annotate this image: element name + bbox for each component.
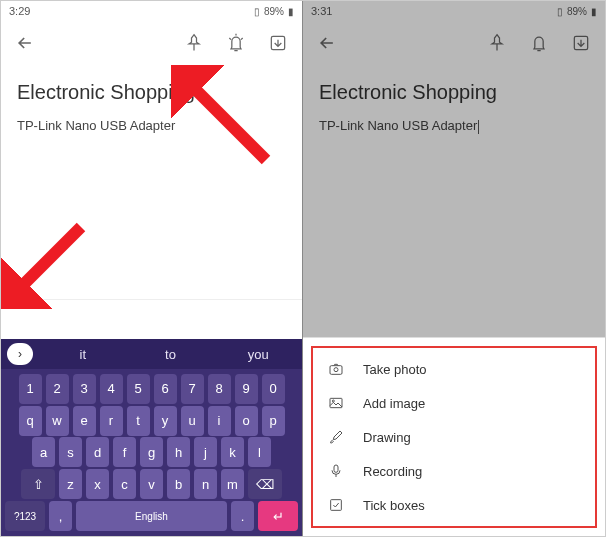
note-content[interactable]: Electronic Shopping TP-Link Nano USB Ada… [1,65,302,299]
key[interactable]: 4 [100,374,123,404]
key[interactable]: c [113,469,136,499]
svg-rect-13 [330,366,342,375]
key[interactable]: 6 [154,374,177,404]
key[interactable]: 3 [73,374,96,404]
key[interactable]: k [221,437,244,467]
menu-drawing[interactable]: Drawing [313,420,595,454]
note-title[interactable]: Electronic Shopping [17,81,286,104]
annotation-highlight: Take photo Add image Drawing [311,346,597,528]
annotation-arrow [171,65,271,165]
key[interactable]: 1 [19,374,42,404]
microphone-icon [327,463,345,479]
menu-tick-boxes[interactable]: Tick boxes [313,488,595,522]
svg-rect-18 [331,500,342,511]
bottom-toolbar [1,299,302,339]
shift-key[interactable]: ⇧ [21,469,55,499]
key[interactable]: 8 [208,374,231,404]
key[interactable]: 9 [235,374,258,404]
key-row-4: ?123 , English . ↵ [5,501,298,531]
key[interactable]: n [194,469,217,499]
key[interactable]: u [181,406,204,436]
key-row-3: ⇧ z x c v b n m ⌫ [5,469,298,499]
space-key[interactable]: English [76,501,227,531]
menu-label: Recording [363,464,422,479]
key[interactable]: l [248,437,271,467]
svg-point-16 [332,400,334,402]
phone-left: 3:29 ▯89%▮ Electronic Shop [1,1,303,536]
key[interactable]: f [113,437,136,467]
app-bar [1,21,302,65]
key-row-1: q w e r t y u i o p [5,406,298,436]
key[interactable]: v [140,469,163,499]
status-bar: 3:29 ▯89%▮ [1,1,302,21]
suggestion-row: › it to you [1,339,302,369]
add-menu-sheet: Take photo Add image Drawing [303,337,605,536]
svg-rect-15 [330,398,342,407]
key[interactable]: 7 [181,374,204,404]
key[interactable]: w [46,406,69,436]
key[interactable]: t [127,406,150,436]
key[interactable]: j [194,437,217,467]
key[interactable]: h [167,437,190,467]
period-key[interactable]: . [231,501,254,531]
suggestion[interactable]: you [214,347,302,362]
archive-icon[interactable] [268,33,288,53]
key[interactable]: p [262,406,285,436]
soft-keyboard[interactable]: › it to you 1 2 3 4 5 6 7 8 9 0 [1,339,302,536]
key[interactable]: m [221,469,244,499]
menu-label: Add image [363,396,425,411]
menu-label: Drawing [363,430,411,445]
pin-icon[interactable] [184,33,204,53]
menu-recording[interactable]: Recording [313,454,595,488]
key[interactable]: x [86,469,109,499]
svg-point-14 [334,368,338,372]
symbols-key[interactable]: ?123 [5,501,45,531]
key-row-2: a s d f g h j k l [5,437,298,467]
menu-take-photo[interactable]: Take photo [313,352,595,386]
brush-icon [327,429,345,445]
backspace-key[interactable]: ⌫ [248,469,282,499]
key[interactable]: q [19,406,42,436]
svg-line-4 [9,227,81,299]
enter-key[interactable]: ↵ [258,501,298,531]
key[interactable]: a [32,437,55,467]
key[interactable]: d [86,437,109,467]
key[interactable]: z [59,469,82,499]
comma-key[interactable]: , [49,501,72,531]
key[interactable]: r [100,406,123,436]
checkbox-icon [327,497,345,513]
key[interactable]: s [59,437,82,467]
expand-suggestions-icon[interactable]: › [7,343,33,365]
suggestion[interactable]: it [39,347,127,362]
reminder-bell-icon[interactable] [226,33,246,53]
camera-icon [327,361,345,377]
menu-label: Tick boxes [363,498,425,513]
suggestion[interactable]: to [127,347,215,362]
clock: 3:29 [9,5,30,17]
svg-rect-17 [334,465,338,472]
phone-right: 3:31 ▯89%▮ [303,1,605,536]
menu-label: Take photo [363,362,427,377]
key[interactable]: 5 [127,374,150,404]
back-arrow-icon[interactable] [15,33,35,53]
key[interactable]: g [140,437,163,467]
key[interactable]: e [73,406,96,436]
note-body[interactable]: TP-Link Nano USB Adapter [17,118,286,133]
dim-overlay[interactable] [303,1,605,337]
key[interactable]: y [154,406,177,436]
key[interactable]: 2 [46,374,69,404]
key[interactable]: 0 [262,374,285,404]
menu-add-image[interactable]: Add image [313,386,595,420]
key[interactable]: i [208,406,231,436]
key[interactable]: o [235,406,258,436]
key-row-numbers: 1 2 3 4 5 6 7 8 9 0 [5,374,298,404]
key[interactable]: b [167,469,190,499]
annotation-arrow [1,219,91,309]
status-icons: ▯89%▮ [254,6,294,17]
image-icon [327,395,345,411]
